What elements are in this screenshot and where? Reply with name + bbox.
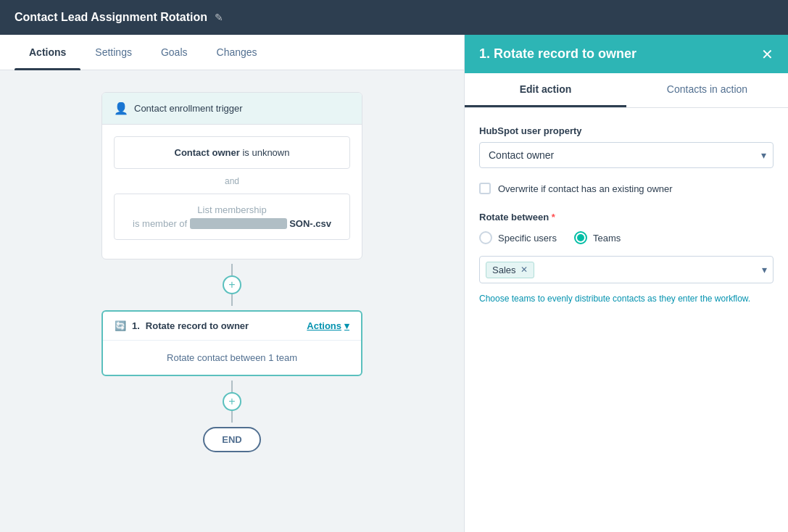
sales-tag-label: Sales	[492, 265, 516, 275]
contact-owner-select[interactable]: Contact owner	[479, 142, 774, 168]
top-bar: Contact Lead Assignment Rotation ✎	[0, 0, 788, 35]
action-number: 1.	[132, 320, 140, 331]
condition-and: and	[114, 176, 350, 186]
radio-specific-users-label: Specific users	[498, 233, 557, 244]
trigger-conditions: Contact owner is unknown and List member…	[102, 125, 362, 259]
radio-group: Specific users Teams	[479, 231, 774, 244]
required-asterisk: *	[552, 212, 555, 223]
right-panel-header: 1. Rotate record to owner ✕	[465, 35, 788, 73]
trigger-header: 👤 Contact enrollment trigger	[102, 93, 362, 125]
radio-specific-users-outer	[479, 231, 492, 244]
end-node: END	[203, 427, 260, 452]
radio-teams-inner	[577, 234, 584, 241]
radio-teams-outer	[574, 231, 587, 244]
teams-tag-input[interactable]: Sales ✕ ▾	[479, 256, 774, 283]
radio-teams-label: Teams	[593, 233, 621, 244]
connector-2: +	[223, 381, 241, 423]
trigger-header-label: Contact enrollment trigger	[134, 103, 243, 114]
right-panel: 1. Rotate record to owner ✕ Edit action …	[464, 35, 788, 532]
tab-edit-action[interactable]: Edit action	[465, 73, 626, 107]
page-title: Contact Lead Assignment Rotation	[14, 11, 207, 24]
tab-contacts-in-action[interactable]: Contacts in action	[626, 73, 788, 107]
list-membership-sub: is member of ████████ SON-.csv	[126, 218, 338, 229]
rotate-icon: 🔄	[115, 320, 126, 331]
condition-owner-bold: Contact owner	[175, 147, 240, 158]
tab-goals[interactable]: Goals	[146, 35, 202, 70]
right-panel-content: HubSpot user property Contact owner ▾ Ov…	[465, 108, 788, 532]
workflow-canvas: 👤 Contact enrollment trigger Contact own…	[0, 70, 464, 532]
list-membership-label: List membership	[126, 204, 338, 215]
list-name: SON-.csv	[289, 218, 331, 229]
radio-specific-users[interactable]: Specific users	[479, 231, 557, 244]
right-panel-title: 1. Rotate record to owner	[479, 46, 636, 62]
nav-tabs: Actions Settings Goals Changes	[0, 35, 464, 70]
overwrite-checkbox[interactable]	[479, 183, 491, 194]
connector-line-4	[231, 411, 233, 423]
tab-settings[interactable]: Settings	[80, 35, 146, 70]
rotate-between-label: Rotate between *	[479, 212, 774, 223]
overwrite-checkbox-row: Overwrite if contact has an existing own…	[479, 183, 774, 194]
sales-team-tag: Sales ✕	[486, 262, 534, 278]
actions-chevron-icon: ▾	[344, 320, 349, 331]
overwrite-label: Overwrite if contact has an existing own…	[498, 183, 673, 194]
connector-1: +	[223, 264, 241, 306]
helper-text: Choose teams to evenly distribute contac…	[479, 292, 774, 305]
tab-changes[interactable]: Changes	[202, 35, 272, 70]
right-panel-tabs: Edit action Contacts in action	[465, 73, 788, 108]
enrollment-trigger-box: 👤 Contact enrollment trigger Contact own…	[101, 92, 362, 259]
connector-line-1	[231, 264, 233, 275]
connector-line-3	[231, 381, 233, 392]
remove-sales-tag-icon[interactable]: ✕	[521, 265, 528, 275]
condition-owner-rest: is unknown	[240, 147, 290, 158]
person-icon: 👤	[114, 101, 128, 115]
tab-actions[interactable]: Actions	[14, 35, 80, 70]
redacted-list-name: ████████	[190, 218, 287, 229]
contact-owner-select-wrapper: Contact owner ▾	[479, 142, 774, 168]
action-header-left: 🔄 1. Rotate record to owner	[115, 320, 249, 331]
action-header: 🔄 1. Rotate record to owner Actions ▾	[103, 312, 361, 341]
hubspot-property-label: HubSpot user property	[479, 125, 774, 136]
action-label: Rotate record to owner	[146, 320, 249, 331]
action-box-1: 🔄 1. Rotate record to owner Actions ▾ Ro…	[101, 310, 362, 376]
edit-title-icon[interactable]: ✎	[215, 12, 223, 23]
radio-teams[interactable]: Teams	[574, 231, 621, 244]
main-row: Actions Settings Goals Changes 👤 Contact…	[0, 35, 788, 532]
add-step-button-2[interactable]: +	[223, 392, 241, 411]
connector-line-2	[231, 294, 233, 306]
condition-card-list[interactable]: List membership is member of ████████ SO…	[114, 194, 350, 240]
close-button[interactable]: ✕	[761, 47, 774, 62]
left-panel: Actions Settings Goals Changes 👤 Contact…	[0, 35, 464, 532]
action-body: Rotate contact between 1 team	[103, 341, 361, 375]
action-actions-button[interactable]: Actions ▾	[307, 320, 349, 331]
add-step-button-1[interactable]: +	[223, 275, 241, 294]
condition-card-owner[interactable]: Contact owner is unknown	[114, 136, 350, 169]
tag-dropdown-arrow-icon: ▾	[762, 264, 767, 275]
